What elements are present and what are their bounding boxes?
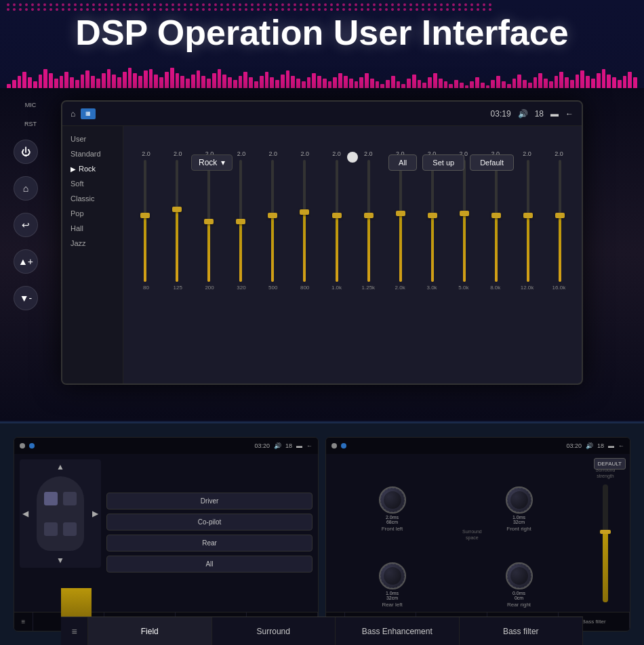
preset-item-user[interactable]: User (62, 131, 123, 146)
tab-bass-enhancement[interactable]: Bass Enhancement (336, 617, 460, 645)
preset-item-jazz[interactable]: Jazz (62, 236, 123, 251)
nav-up-btn[interactable]: ▲ (56, 462, 64, 472)
nav-left-btn[interactable]: ◀ (22, 509, 28, 518)
preset-item-pop[interactable]: Pop (62, 206, 123, 221)
bass-fader-handle[interactable] (600, 530, 611, 534)
screen-content: UserStandard▶ RockSoftClassicPopHallJazz… (62, 126, 582, 383)
eq-freq-label: 1.0k (327, 285, 346, 291)
eq-slider-handle[interactable] (555, 213, 565, 218)
eq-slider-handle[interactable] (428, 213, 437, 218)
eq-slider-col-5[interactable] (289, 160, 319, 282)
eq-value: 2.0 (549, 150, 568, 157)
eq-slider-handle[interactable] (204, 219, 214, 224)
eq-slider-handle[interactable] (236, 219, 245, 224)
nav-right-btn[interactable]: ▶ (92, 509, 98, 518)
sub-back-left[interactable]: ← (306, 442, 313, 449)
eq-slider-col-8[interactable] (386, 160, 416, 282)
sub-time-right: 03:20 (566, 442, 582, 449)
eq-slider-handle[interactable] (364, 213, 374, 218)
eq-slider-handle[interactable] (268, 213, 277, 218)
tab-surround[interactable]: Surround (212, 617, 336, 645)
eq-slider-fill (207, 221, 210, 282)
default-button[interactable]: Default (470, 154, 514, 171)
knob-label-rl: Rear left (382, 602, 402, 608)
eq-slider-col-1[interactable] (162, 160, 192, 282)
eq-slider-track (239, 160, 242, 282)
eq-slider-fill (559, 215, 561, 282)
preset-dropdown[interactable]: Rock ▾ (191, 154, 233, 171)
eq-slider-fill (399, 212, 402, 282)
knob-cell-rl: 1.0ms32cm Rear left (330, 535, 454, 608)
knob-cell-fl: 2.0ms68cm Front left (330, 458, 454, 532)
default-btn[interactable]: DEFAULT (594, 458, 626, 470)
sub-vol-right: 18 (597, 442, 604, 449)
eq-slider-col-11[interactable] (481, 160, 511, 282)
eq-slider-col-2[interactable] (194, 160, 224, 282)
sub-back-right[interactable]: ← (618, 442, 624, 449)
preset-item-rock[interactable]: ▶ Rock (62, 161, 123, 176)
bass-fader-fill (603, 532, 608, 602)
eq-slider-handle[interactable] (523, 213, 533, 218)
eq-decoration (0, 64, 644, 88)
nav-down-btn[interactable]: ▼ (56, 556, 64, 565)
eq-slider-handle[interactable] (172, 207, 182, 212)
driver-buttons: DriverCo-pilotRearAll (106, 459, 313, 605)
eq-freq-label: 1.25k (359, 285, 378, 291)
knob-tick-fl (380, 488, 405, 512)
back-arrow-icon[interactable]: ← (565, 109, 573, 119)
vol-down-button[interactable]: ▼- (14, 286, 38, 310)
eq-freq-label: 3.0k (422, 285, 441, 291)
sub-topbar-right-right: 03:20 🔊 18 ▬ ← (566, 442, 624, 449)
back-button[interactable]: ↩ (14, 213, 38, 237)
power-button[interactable]: ⏻ (14, 140, 38, 164)
eq-slider-col-6[interactable] (321, 160, 351, 282)
eq-slider-handle[interactable] (460, 211, 469, 216)
preset-item-soft[interactable]: Soft (62, 176, 123, 191)
sub-topbar-right-left: 03:20 🔊 18 ▬ ← (254, 442, 313, 449)
eq-slider-handle[interactable] (140, 213, 150, 218)
eq-slider-col-9[interactable] (418, 160, 447, 282)
eq-slider-handle[interactable] (396, 211, 405, 216)
eq-slider-col-3[interactable] (226, 160, 256, 282)
eq-slider-col-4[interactable] (258, 160, 287, 282)
screen-topbar: ⌂ ▦ 03:19 🔊 18 ▬ ← (62, 102, 582, 126)
eq-freq-label: 500 (264, 285, 283, 291)
eq-value: 2.0 (359, 150, 378, 157)
knob-rear-left[interactable] (379, 562, 406, 589)
preset-item-classic[interactable]: Classic (62, 191, 123, 206)
preset-item-standard[interactable]: Standard (62, 146, 123, 161)
eq-slider-fill (271, 215, 274, 282)
screen-tabs: ≡ Field Surround Bass Enhancement Bass f… (61, 617, 583, 645)
driver-btn-co-pilot[interactable]: Co-pilot (106, 514, 313, 530)
sub-topbar-icons-left (20, 443, 35, 449)
eq-freq-row: 801252003205008001.0k1.25k2.0k3.0k5.0k8.… (129, 285, 576, 291)
eq-slider-handle[interactable] (332, 213, 342, 218)
tab-field[interactable]: Field (88, 617, 212, 645)
knob-front-right[interactable] (506, 486, 533, 514)
bass-fader-track (603, 484, 608, 602)
driver-btn-rear[interactable]: Rear (106, 535, 313, 552)
eq-slider-handle[interactable] (300, 209, 309, 215)
dropdown-chevron: ▾ (221, 158, 225, 167)
eq-top-handle[interactable] (347, 152, 358, 163)
knob-rear-right[interactable] (506, 562, 533, 589)
eq-slider-col-10[interactable] (449, 160, 479, 282)
driver-btn-all[interactable]: All (106, 556, 313, 573)
vol-up-button[interactable]: ▲+ (14, 249, 38, 274)
eq-slider-handle[interactable] (491, 213, 501, 218)
sub-time-left: 03:20 (254, 442, 270, 449)
tab-bass-filter[interactable]: Bass filter (460, 617, 584, 645)
preset-item-hall[interactable]: Hall (62, 221, 123, 236)
eq-slider-col-0[interactable] (130, 160, 160, 282)
eq-slider-fill (367, 215, 370, 282)
sub-tab-icon-left: ≡ (14, 612, 33, 631)
knob-front-left[interactable] (379, 486, 406, 514)
all-button[interactable]: All (388, 154, 417, 171)
sub-vol-left: 18 (285, 442, 292, 449)
eq-slider-col-7[interactable] (354, 160, 384, 282)
driver-btn-driver[interactable]: Driver (106, 493, 313, 509)
setup-button[interactable]: Set up (422, 154, 464, 171)
home-button[interactable]: ⌂ (14, 176, 38, 201)
eq-slider-col-13[interactable] (545, 160, 575, 282)
eq-slider-col-12[interactable] (513, 160, 543, 282)
